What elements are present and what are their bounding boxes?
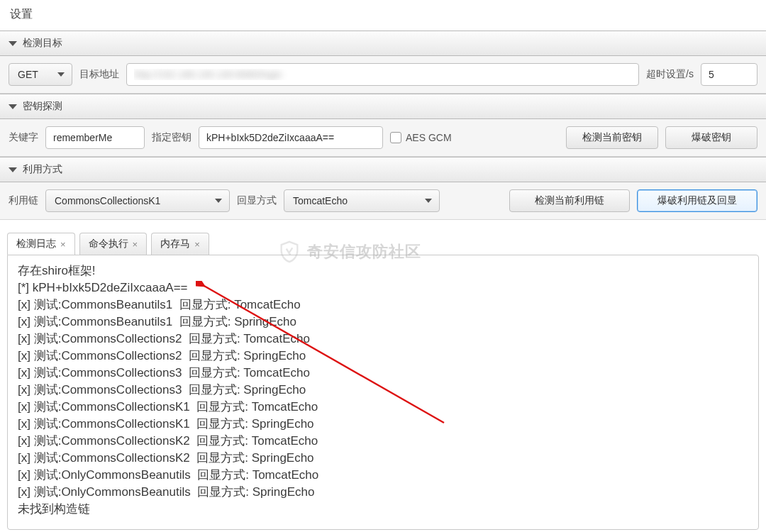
echo-label: 回显方式	[237, 194, 277, 207]
log-line: [x] 测试:CommonsCollections2 回显方式: TomcatE…	[18, 331, 748, 348]
tab-detect-log[interactable]: 检测日志 ×	[7, 233, 75, 255]
caret-down-icon	[9, 167, 17, 172]
tab-label: 检测日志	[16, 238, 56, 250]
log-line: 存在shiro框架!	[18, 262, 748, 279]
keyword-input[interactable]	[45, 126, 145, 149]
tab-memshell[interactable]: 内存马 ×	[151, 233, 209, 255]
tab-command-exec[interactable]: 命令执行 ×	[79, 233, 148, 255]
chevron-down-icon	[215, 199, 222, 203]
log-line: [x] 测试:CommonsCollections3 回显方式: TomcatE…	[18, 365, 748, 382]
specify-key-label: 指定密钥	[152, 131, 192, 144]
brute-key-button[interactable]: 爆破密钥	[665, 126, 757, 149]
timeout-label: 超时设置/s	[646, 68, 694, 81]
log-line: [x] 测试:CommonsCollections3 回显方式: SpringE…	[18, 382, 748, 399]
target-url-input[interactable]	[126, 63, 639, 86]
log-line: [*] kPH+bIxk5D2deZiIxcaaaA==	[18, 279, 748, 297]
detect-chain-button[interactable]: 检测当前利用链	[509, 189, 630, 212]
keyword-label: 关键字	[9, 131, 38, 144]
close-icon[interactable]: ×	[194, 239, 200, 250]
section-key-label: 密钥探测	[23, 100, 62, 113]
brute-chain-button[interactable]: 爆破利用链及回显	[637, 189, 757, 212]
section-exploit-body: 利用链 CommonsCollectionsK1 回显方式 TomcatEcho…	[0, 182, 766, 220]
tabs-bar: 检测日志 × 命令执行 × 内存马 ×	[0, 226, 766, 255]
tab-label: 命令执行	[89, 238, 128, 250]
settings-title: 设置	[0, 0, 766, 31]
specify-key-input[interactable]	[199, 126, 383, 149]
caret-down-icon	[9, 41, 17, 46]
log-line: [x] 测试:OnlyCommonsBeanutils 回显方式: Spring…	[18, 484, 748, 501]
log-line: 未找到构造链	[18, 501, 748, 518]
chain-select[interactable]: CommonsCollectionsK1	[45, 189, 230, 212]
log-line: [x] 测试:CommonsCollectionsK2 回显方式: Tomcat…	[18, 433, 748, 450]
detect-key-button[interactable]: 检测当前密钥	[566, 126, 658, 149]
caret-down-icon	[9, 104, 17, 109]
chevron-down-icon	[425, 199, 432, 203]
target-url-label: 目标地址	[79, 68, 119, 81]
close-icon[interactable]: ×	[133, 239, 138, 250]
log-line: [x] 测试:CommonsCollectionsK2 回显方式: Spring…	[18, 450, 748, 467]
log-line: [x] 测试:CommonsBeanutils1 回显方式: TomcatEch…	[18, 297, 748, 314]
http-method-select[interactable]: GET	[9, 63, 72, 86]
tab-label: 内存马	[160, 238, 190, 250]
chevron-down-icon	[57, 72, 65, 77]
section-target-body: GET 目标地址 超时设置/s	[0, 56, 766, 94]
log-line: [x] 测试:CommonsCollectionsK1 回显方式: Spring…	[18, 416, 748, 433]
aes-gcm-checkbox[interactable]: AES GCM	[390, 132, 452, 143]
timeout-input[interactable]	[701, 63, 757, 86]
section-key-header[interactable]: 密钥探测	[0, 94, 766, 119]
close-icon[interactable]: ×	[60, 239, 66, 250]
echo-value: TomcatEcho	[293, 195, 348, 206]
section-target-header[interactable]: 检测目标	[0, 31, 766, 56]
section-exploit-label: 利用方式	[23, 163, 62, 176]
chain-label: 利用链	[9, 194, 38, 207]
http-method-value: GET	[18, 69, 38, 80]
log-line: [x] 测试:OnlyCommonsBeanutils 回显方式: Tomcat…	[18, 467, 748, 484]
checkbox-icon	[390, 132, 401, 143]
section-key-body: 关键字 指定密钥 AES GCM 检测当前密钥 爆破密钥	[0, 119, 766, 157]
aes-gcm-label: AES GCM	[406, 132, 452, 143]
log-output[interactable]: 奇安信攻防社区 存在shiro框架![*] kPH+bIxk5D2deZiIxc…	[7, 255, 759, 530]
chain-value: CommonsCollectionsK1	[55, 195, 160, 206]
section-target-label: 检测目标	[23, 37, 62, 50]
log-line: [x] 测试:CommonsBeanutils1 回显方式: SpringEch…	[18, 314, 748, 331]
section-exploit-header[interactable]: 利用方式	[0, 157, 766, 182]
echo-select[interactable]: TomcatEcho	[284, 189, 440, 212]
log-line: [x] 测试:CommonsCollections2 回显方式: SpringE…	[18, 348, 748, 365]
log-line: [x] 测试:CommonsCollectionsK1 回显方式: Tomcat…	[18, 399, 748, 416]
